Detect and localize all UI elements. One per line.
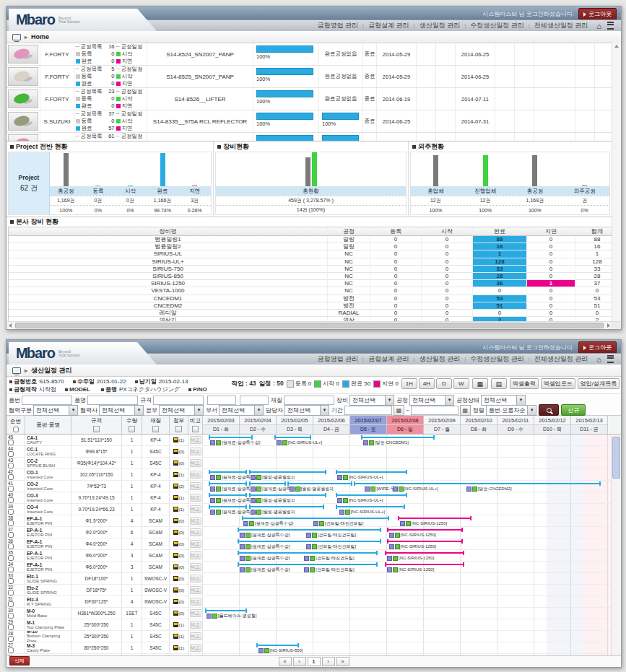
filter-select[interactable]: 전체선택 <box>284 405 329 416</box>
action-button[interactable]: 영업/설계목록 <box>578 378 620 389</box>
chevron-down-icon[interactable] <box>516 396 525 405</box>
equipment-row[interactable]: SIRIUS-1250 NC 0 0 36 1 37 <box>9 280 619 287</box>
gantt-bar[interactable] <box>387 541 463 542</box>
gantt-bar[interactable] <box>209 506 248 507</box>
menu-item-all-schedule[interactable]: 전체생산일정 관리 <box>530 354 593 364</box>
view-scale-button[interactable]: 1H <box>401 378 417 389</box>
row-checkbox[interactable] <box>8 440 14 445</box>
hamburger-menu-icon[interactable] <box>607 22 614 30</box>
vertical-scrollbar[interactable] <box>612 43 621 322</box>
calendar-icon[interactable] <box>394 405 404 416</box>
row-checkbox[interactable] <box>8 590 14 595</box>
filter-select[interactable]: 전체선택 <box>99 405 144 416</box>
gantt-bar[interactable] <box>398 518 471 519</box>
note-button[interactable]: 비고 <box>190 586 201 594</box>
action-button[interactable]: 엑셀업로드 <box>541 378 575 389</box>
note-button[interactable]: 비고 <box>190 494 201 502</box>
gantt-bar[interactable] <box>238 529 381 531</box>
note-button[interactable]: 비고 <box>190 482 201 490</box>
row-checkbox[interactable] <box>8 544 14 549</box>
gantt-bar[interactable] <box>209 471 248 473</box>
attachment-icon[interactable] <box>173 495 178 500</box>
page-nav-button[interactable]: › <box>322 657 335 666</box>
logout-button[interactable]: 로그아웃 <box>578 8 617 20</box>
row-checkbox[interactable] <box>8 647 14 653</box>
filter-select[interactable]: 전체선택 <box>33 405 78 416</box>
menu-item-mold-design[interactable]: 금형설계 관리 <box>364 21 414 30</box>
row-checkbox[interactable] <box>8 555 14 561</box>
row-checkbox[interactable] <box>8 486 14 492</box>
column-filter-icon[interactable] <box>93 426 100 432</box>
attachment-icon[interactable] <box>173 645 178 650</box>
chevron-down-icon[interactable] <box>320 406 329 415</box>
gantt-bar[interactable] <box>361 437 435 438</box>
gantt-bar[interactable] <box>238 564 378 565</box>
calendar-icon[interactable] <box>460 405 471 416</box>
menu-item-production-schedule[interactable]: 생산일정 관리 <box>415 21 465 30</box>
project-row[interactable]: F.FORTY 공정목록 16 공정일정 0 등록 0 시작 0 완료 0 지연… <box>6 43 621 66</box>
gantt-bar[interactable] <box>385 564 464 565</box>
gantt-bar[interactable] <box>336 494 407 496</box>
page-number-button[interactable]: 1 <box>308 657 321 666</box>
gantt-bar[interactable] <box>249 483 286 484</box>
attachment-icon[interactable] <box>173 541 178 546</box>
attachment-icon[interactable] <box>173 461 178 466</box>
chevron-down-icon[interactable] <box>385 396 394 405</box>
filter-input[interactable] <box>284 396 334 405</box>
page-nav-button[interactable]: ‹ <box>293 657 306 666</box>
scroll-left-icon[interactable] <box>9 323 12 328</box>
page-nav-button[interactable]: « <box>279 657 292 666</box>
chevron-down-icon[interactable] <box>194 406 203 415</box>
menu-item-modified-schedule[interactable]: 수정생산일정 관리 <box>466 21 529 30</box>
gantt-bar[interactable] <box>249 494 326 496</box>
menu-item-mold-sales[interactable]: 금형영업 관리 <box>313 21 362 30</box>
equipment-row[interactable]: CNCEDM2 방전 0 0 51 0 51 <box>9 302 619 310</box>
scroll-right-icon[interactable] <box>607 323 610 328</box>
attachment-icon[interactable] <box>173 449 178 454</box>
gantt-bar[interactable] <box>336 506 406 507</box>
gantt-bar[interactable] <box>238 541 381 542</box>
horizontal-scrollbar[interactable] <box>6 321 612 329</box>
attachment-icon[interactable] <box>173 599 178 604</box>
note-button[interactable]: 비고 <box>190 563 201 571</box>
menu-item-mold-design[interactable]: 금형설계 관리 <box>364 354 414 364</box>
row-checkbox[interactable] <box>8 509 14 515</box>
hamburger-menu-icon[interactable] <box>607 355 614 363</box>
grid-view-icon-button[interactable] <box>472 378 488 389</box>
gantt-bar[interactable] <box>287 483 352 484</box>
scroll-thumb[interactable] <box>15 323 604 328</box>
attachment-icon[interactable] <box>173 576 178 581</box>
attachment-icon[interactable] <box>173 530 178 535</box>
row-checkbox[interactable] <box>8 474 14 480</box>
home-icon[interactable] <box>592 355 606 364</box>
filter-select[interactable]: 전체선택 <box>159 405 204 416</box>
chevron-down-icon[interactable] <box>527 406 536 415</box>
gantt-bar[interactable] <box>385 552 464 554</box>
note-button[interactable]: 비고 <box>190 609 201 617</box>
note-button[interactable]: 비고 <box>190 551 201 559</box>
equipment-row[interactable]: 레디알 RADIAL 0 0 0 0 0 <box>9 310 619 317</box>
attachment-icon[interactable] <box>173 588 178 593</box>
equipment-row[interactable]: SIRIUS-UL NC 0 0 1 0 1 <box>9 250 619 258</box>
gantt-bar[interactable] <box>256 645 299 646</box>
filter-input[interactable] <box>22 396 72 405</box>
attachment-icon[interactable] <box>173 611 178 616</box>
search-button[interactable] <box>539 404 559 416</box>
row-checkbox[interactable] <box>8 601 14 607</box>
gantt-bar[interactable] <box>209 483 248 484</box>
attachment-icon[interactable] <box>173 472 178 477</box>
chevron-down-icon[interactable] <box>134 406 143 415</box>
new-button[interactable]: 신규 <box>561 404 586 416</box>
note-button[interactable]: 비고 <box>190 448 201 455</box>
period-start-input[interactable] <box>344 406 392 415</box>
row-checkbox[interactable] <box>8 624 14 630</box>
note-button[interactable]: 비고 <box>190 436 201 444</box>
filter-select[interactable]: 전체선택 <box>349 395 394 406</box>
attachment-icon[interactable] <box>173 622 178 627</box>
column-filter-icon[interactable] <box>129 426 135 432</box>
sort-select[interactable]: 품번-오름차순 <box>486 405 537 416</box>
attachment-icon[interactable] <box>173 507 178 512</box>
filter-input[interactable] <box>87 396 138 405</box>
scroll-thumb[interactable] <box>612 437 620 479</box>
attachment-icon[interactable] <box>173 564 178 570</box>
